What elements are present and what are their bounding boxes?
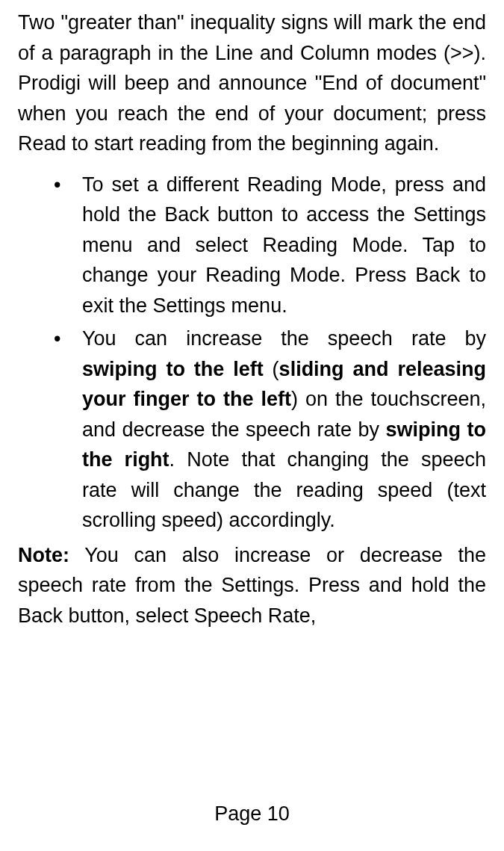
bullet-text: You can increase the speech rate by (82, 327, 486, 350)
bullet-text: ( (264, 358, 279, 380)
note-paragraph: Note: You can also increase or decrease … (18, 540, 486, 631)
page-number: Page 10 (0, 799, 504, 829)
intro-paragraph: Two "greater than" inequality signs will… (18, 7, 486, 159)
list-item: You can increase the speech rate by swip… (18, 324, 486, 536)
list-item: To set a different Reading Mode, press a… (18, 170, 486, 321)
note-text: You can also increase or decrease the sp… (18, 544, 486, 627)
bold-text: swiping to the left (82, 358, 264, 380)
bullet-list: To set a different Reading Mode, press a… (18, 170, 486, 536)
note-label: Note: (18, 544, 69, 566)
